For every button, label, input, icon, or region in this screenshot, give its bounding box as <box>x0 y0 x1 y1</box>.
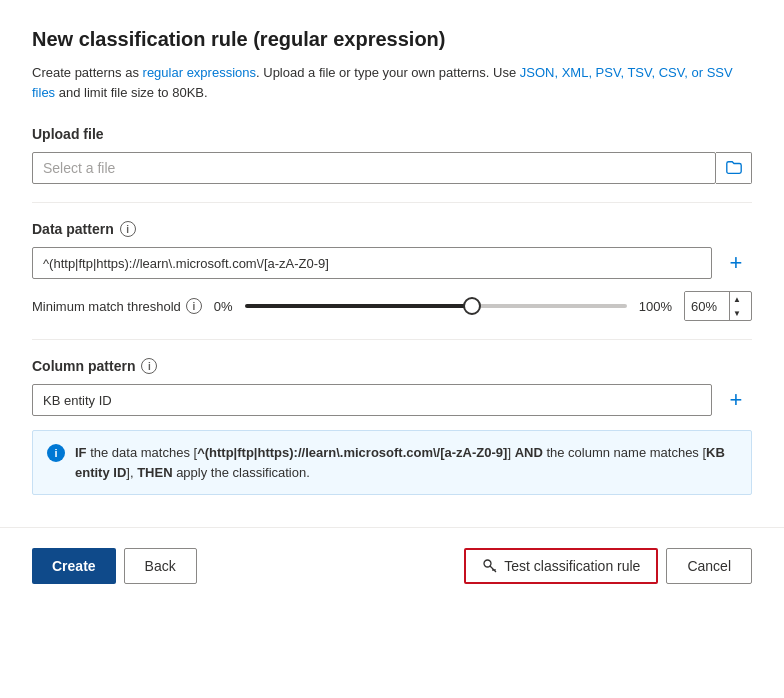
threshold-decrement-button[interactable]: ▼ <box>730 306 744 320</box>
svg-point-0 <box>484 560 491 567</box>
cancel-button[interactable]: Cancel <box>666 548 752 584</box>
threshold-row: Minimum match threshold i 0% 100% ▲ ▼ <box>32 291 752 321</box>
page-title: New classification rule (regular express… <box>32 28 752 51</box>
add-column-pattern-button[interactable]: + <box>720 384 752 416</box>
threshold-value-input[interactable] <box>685 292 729 320</box>
column-pattern-input[interactable] <box>32 384 712 416</box>
regular-expressions-link[interactable]: regular expressions <box>143 65 256 80</box>
test-classification-rule-button[interactable]: Test classification rule <box>464 548 658 584</box>
info-box-text: IF the data matches [^(http|ftp|https):/… <box>75 443 737 482</box>
upload-file-input[interactable] <box>32 152 716 184</box>
upload-file-label: Upload file <box>32 126 752 142</box>
column-pattern-info-icon[interactable]: i <box>141 358 157 374</box>
back-button[interactable]: Back <box>124 548 197 584</box>
column-pattern-label: Column pattern i <box>32 358 752 374</box>
threshold-label: Minimum match threshold i <box>32 298 202 314</box>
page-description: Create patterns as regular expressions. … <box>32 63 752 102</box>
data-pattern-section: Data pattern i + Minimum match threshold… <box>32 221 752 321</box>
threshold-slider-container <box>245 304 627 308</box>
folder-icon <box>725 159 743 177</box>
threshold-min: 0% <box>214 299 233 314</box>
browse-folder-button[interactable] <box>716 152 752 184</box>
footer: Create Back Test classification rule Can… <box>0 527 784 600</box>
column-pattern-row: + <box>32 384 752 416</box>
add-data-pattern-button[interactable]: + <box>720 247 752 279</box>
threshold-increment-button[interactable]: ▲ <box>730 292 744 306</box>
threshold-value-box: ▲ ▼ <box>684 291 752 321</box>
column-pattern-section: Column pattern i + i IF the data matches… <box>32 358 752 495</box>
info-box-icon: i <box>47 444 65 462</box>
data-pattern-input[interactable] <box>32 247 712 279</box>
data-pattern-info-icon[interactable]: i <box>120 221 136 237</box>
data-pattern-row: + <box>32 247 752 279</box>
threshold-max: 100% <box>639 299 672 314</box>
info-box: i IF the data matches [^(http|ftp|https)… <box>32 430 752 495</box>
key-icon <box>482 558 498 574</box>
threshold-arrows: ▲ ▼ <box>729 292 744 320</box>
test-button-label: Test classification rule <box>504 558 640 574</box>
divider-2 <box>32 339 752 340</box>
file-types-link[interactable]: JSON, XML, PSV, TSV, CSV, or SSV files <box>32 65 733 100</box>
upload-file-section: Upload file <box>32 126 752 184</box>
upload-file-row <box>32 152 752 184</box>
divider-1 <box>32 202 752 203</box>
create-button[interactable]: Create <box>32 548 116 584</box>
threshold-info-icon[interactable]: i <box>186 298 202 314</box>
data-pattern-label: Data pattern i <box>32 221 752 237</box>
threshold-slider[interactable] <box>245 304 627 308</box>
